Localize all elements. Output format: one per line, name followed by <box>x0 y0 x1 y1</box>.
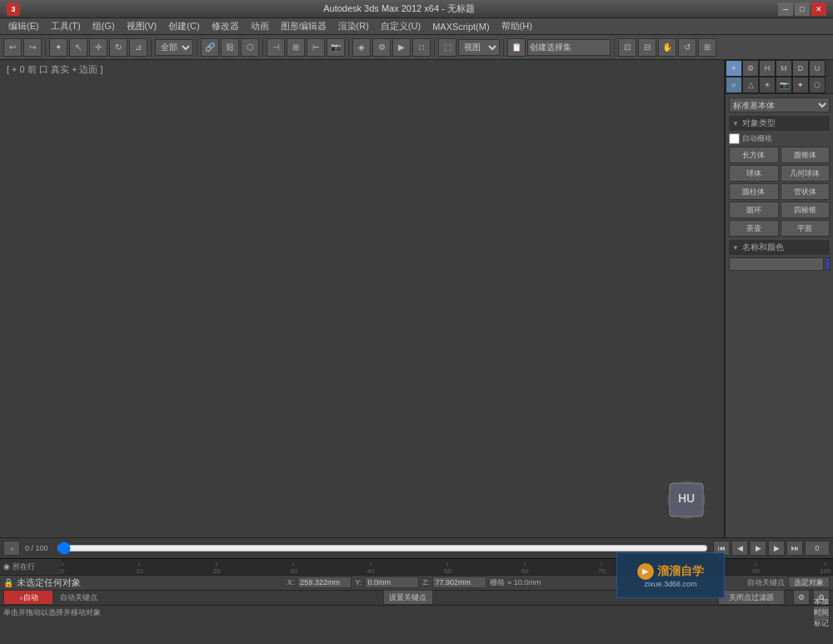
plane-button[interactable]: 平面 <box>781 220 831 237</box>
rp-tab-display[interactable]: D <box>792 60 809 77</box>
zoom-region-button[interactable]: ⊟ <box>638 38 656 57</box>
menu-item-组G[interactable]: 组(G) <box>87 18 120 34</box>
undo-button[interactable]: ↩ <box>3 38 22 57</box>
sphere-button[interactable]: 球体 <box>729 165 779 182</box>
torus-button[interactable]: 圆环 <box>729 202 779 218</box>
unlink-button[interactable]: ⛓ <box>221 38 239 57</box>
filter-select[interactable]: 全部 <box>155 39 193 56</box>
box-button[interactable]: 长方体 <box>729 147 779 163</box>
menu-item-编辑E[interactable]: 编辑(E) <box>3 18 44 34</box>
auto-weld-label: 自动关键点 <box>747 577 785 588</box>
pyramid-button[interactable]: 四棱锥 <box>781 202 831 218</box>
current-frame-input[interactable]: 0 <box>805 541 830 556</box>
extra-btn[interactable]: ⚙ <box>793 590 810 605</box>
region-select-button[interactable]: ⬚ <box>438 38 456 57</box>
rp-tab-modify[interactable]: ⚙ <box>742 60 759 77</box>
menu-item-创建C[interactable]: 创建(C) <box>163 18 204 34</box>
go-end-button[interactable]: ⏭ <box>786 541 803 556</box>
rp-subtab-space[interactable]: ⬡ <box>809 77 826 93</box>
cylinder-button[interactable]: 圆柱体 <box>729 183 779 200</box>
rotate-button[interactable]: ↻ <box>109 38 127 57</box>
menu-item-MAXScriptM[interactable]: MAXScript(M) <box>427 20 494 33</box>
prev-frame-button[interactable]: ◀ <box>731 541 748 556</box>
next-frame-button[interactable]: ▶ <box>768 541 785 556</box>
select-filter-button[interactable]: ✦ <box>49 38 67 57</box>
cone-button[interactable]: 圆锥体 <box>781 147 831 163</box>
category-dropdown[interactable]: 标准基本体 <box>729 97 830 112</box>
tube-button[interactable]: 管状体 <box>781 183 831 200</box>
add-time-tag-button[interactable]: 本加时间标记 <box>813 606 830 621</box>
mirror-button[interactable]: ⊣ <box>267 38 285 57</box>
lock-icon: 🔒 <box>3 578 13 587</box>
auto-grid-checkbox[interactable] <box>729 133 740 144</box>
redo-button[interactable]: ↪ <box>23 38 42 57</box>
render-setup-button[interactable]: ⚙ <box>372 38 391 57</box>
set-key-button[interactable]: 设置关键点 <box>383 590 433 605</box>
status-row3: 单击并拖动以选择并移动对象 本加时间标记 <box>0 606 833 621</box>
watermark-play-icon: ▶ <box>637 563 654 580</box>
menu-item-渲染R[interactable]: 渲染(R) <box>333 18 374 34</box>
main-area: [ + 0 前 口 真实 + 边面 ] HU ✦ ⚙ H M D U ○ △ ☀… <box>0 60 833 537</box>
right-panel: ✦ ⚙ H M D U ○ △ ☀ 📷 ✦ ⬡ 标准基本体 ▼ 对象类型 <box>725 60 833 537</box>
view-select[interactable]: 视图 <box>458 39 500 56</box>
render-button[interactable]: ▶ <box>392 38 411 57</box>
rp-tab-motion[interactable]: M <box>776 60 792 77</box>
rp-tab-utilities[interactable]: U <box>809 60 826 77</box>
menu-item-工具T[interactable]: 工具(T) <box>46 18 86 34</box>
zoom-extents-button[interactable]: ⊡ <box>618 38 636 57</box>
rp-subtab-cameras[interactable]: 📷 <box>776 77 792 93</box>
grid-label: 栅格 = 10.0mm <box>490 577 541 588</box>
rp-subtab-shapes[interactable]: △ <box>742 77 759 93</box>
name-color-header[interactable]: ▼ 名称和颜色 <box>729 240 830 255</box>
link-button[interactable]: 🔗 <box>201 38 219 57</box>
watermark-logo-row: ▶ 溜溜自学 <box>637 563 704 580</box>
bind-button[interactable]: ⬡ <box>241 38 259 57</box>
geosphere-button[interactable]: 几何球体 <box>781 165 831 182</box>
menu-item-视图V[interactable]: 视图(V) <box>122 18 162 34</box>
scale-button[interactable]: ⊿ <box>129 38 147 57</box>
pan-button[interactable]: ✋ <box>658 38 676 57</box>
rp-subtab-helpers[interactable]: ✦ <box>792 77 809 93</box>
menu-item-帮助H[interactable]: 帮助(H) <box>496 18 537 34</box>
y-coord[interactable] <box>365 577 419 588</box>
menu-item-图形编辑器[interactable]: 图形编辑器 <box>276 18 332 34</box>
toolbar-separator-2 <box>151 38 152 57</box>
x-coord[interactable] <box>297 577 352 588</box>
rp-tab-create[interactable]: ✦ <box>726 60 742 77</box>
object-color-swatch[interactable] <box>826 257 830 271</box>
select-button[interactable]: ↖ <box>69 38 87 57</box>
set-keys-button[interactable]: ⬦自动 <box>3 590 53 605</box>
select-filter-btn[interactable]: 选定对象 <box>788 577 830 588</box>
timeline-slider[interactable] <box>57 544 708 552</box>
play-button[interactable]: ▶ <box>750 541 766 556</box>
minimize-button[interactable]: ─ <box>778 2 793 16</box>
menu-item-修改器[interactable]: 修改器 <box>207 18 244 34</box>
material-editor-button[interactable]: ◈ <box>352 38 371 57</box>
auto-key-label: 自动关键点 <box>60 592 97 603</box>
object-name-input[interactable] <box>729 257 824 271</box>
viewport[interactable]: [ + 0 前 口 真实 + 边面 ] HU <box>0 60 725 537</box>
z-coord[interactable] <box>432 577 486 588</box>
rp-tab-hierarchy[interactable]: H <box>759 60 776 77</box>
collapse-icon: ▼ <box>732 120 739 127</box>
key-filters-button[interactable]: ⬦ <box>3 541 20 556</box>
teapot-button[interactable]: 茶壶 <box>729 220 779 237</box>
render-frame-button[interactable]: □ <box>412 38 431 57</box>
close-button[interactable]: ✕ <box>811 2 826 16</box>
max-viewport-button[interactable]: ⊞ <box>698 38 716 57</box>
toolbar-separator-5 <box>348 38 349 57</box>
object-type-header[interactable]: ▼ 对象类型 <box>729 116 830 131</box>
align-button[interactable]: ⊢ <box>307 38 325 57</box>
named-select-btn[interactable]: 📋 <box>507 38 526 57</box>
rp-subtab-geometry[interactable]: ○ <box>726 77 742 93</box>
restore-button[interactable]: □ <box>795 2 810 16</box>
key-filter-button[interactable]: 关闭点过滤器 <box>718 590 785 605</box>
named-select-input[interactable] <box>527 39 611 56</box>
array-button[interactable]: ⊞ <box>287 38 305 57</box>
rp-subtab-lights[interactable]: ☀ <box>759 77 776 93</box>
snapshot-button[interactable]: 📷 <box>327 38 345 57</box>
menu-item-自定义U[interactable]: 自定义(U) <box>376 18 426 34</box>
arc-rotate-button[interactable]: ↺ <box>678 38 696 57</box>
move-button[interactable]: ✛ <box>89 38 107 57</box>
menu-item-动画[interactable]: 动画 <box>246 18 274 34</box>
